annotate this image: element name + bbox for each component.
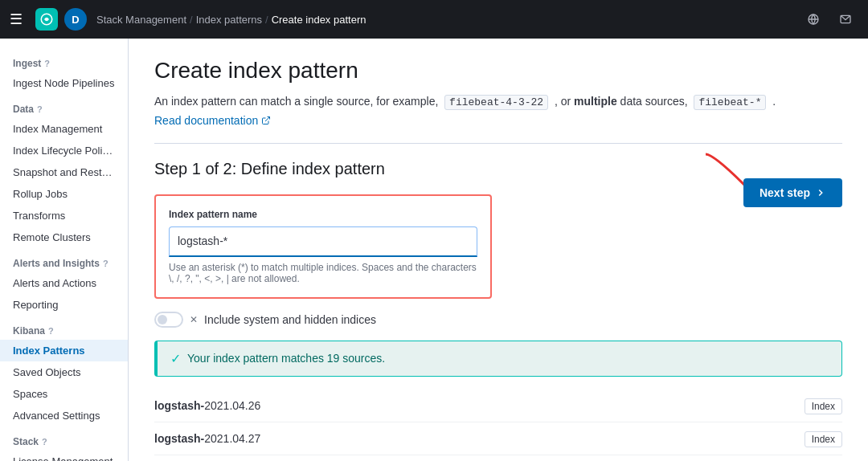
- menu-icon[interactable]: ☰: [10, 10, 29, 28]
- sidebar-section-data: Data ?: [0, 94, 128, 118]
- sidebar: Ingest ? Ingest Node Pipelines Data ? In…: [0, 39, 129, 461]
- index-pattern-input[interactable]: [169, 226, 477, 257]
- index-name-rest: 2021.04.26: [204, 399, 260, 412]
- index-name-cell: logstash-2021.04.26: [154, 390, 648, 422]
- toggle-x-icon: ✕: [190, 314, 198, 325]
- next-step-button[interactable]: Next step: [743, 178, 842, 207]
- breadcrumb-stack-management[interactable]: Stack Management: [96, 14, 186, 26]
- toggle-label: Include system and hidden indices: [204, 313, 376, 326]
- sidebar-item-index-lifecycle-policies[interactable]: Index Lifecycle Policies: [0, 140, 128, 161]
- sidebar-item-transforms[interactable]: Transforms: [0, 205, 128, 226]
- table-row: logstash-2021.04.28 Index: [154, 455, 842, 461]
- step-title: Step 1 of 2: Define index pattern: [154, 160, 842, 178]
- toggle-row: ✕ Include system and hidden indices: [154, 312, 842, 328]
- avatar[interactable]: D: [64, 8, 87, 31]
- sidebar-item-spaces[interactable]: Spaces: [0, 383, 128, 405]
- topnav-actions: [800, 6, 858, 32]
- ingest-help-icon[interactable]: ?: [44, 59, 50, 68]
- sidebar-item-ingest-node-pipelines[interactable]: Ingest Node Pipelines: [0, 72, 128, 94]
- index-name-cell: logstash-2021.04.28: [154, 455, 648, 461]
- sidebar-item-license-management[interactable]: License Management: [0, 451, 128, 461]
- alerts-label: Alerts and Insights: [13, 258, 100, 269]
- main-content: Create index pattern An index pattern ca…: [129, 39, 868, 461]
- kibana-help-icon[interactable]: ?: [48, 326, 54, 336]
- check-icon: ✓: [170, 351, 181, 366]
- index-badge: Index: [805, 398, 842, 414]
- system-indices-toggle[interactable]: [154, 312, 183, 328]
- form-and-actions: Next step Index pattern name Use an aste…: [154, 194, 842, 299]
- sidebar-item-index-management[interactable]: Index Management: [0, 118, 128, 140]
- sidebar-item-rollup-jobs[interactable]: Rollup Jobs: [0, 183, 128, 205]
- form-label: Index pattern name: [169, 209, 477, 220]
- sidebar-item-saved-objects[interactable]: Saved Objects: [0, 361, 128, 383]
- code-example-2: filebeat-*: [694, 95, 766, 110]
- form-help-text: Use an asterisk (*) to match multiple in…: [169, 262, 477, 284]
- breadcrumb-sep-2: /: [265, 14, 268, 26]
- alerts-help-icon[interactable]: ?: [103, 259, 108, 268]
- topnav: ☰ D Stack Management / Index patterns / …: [0, 0, 868, 39]
- index-name-bold: logstash-: [154, 399, 204, 412]
- logo: [35, 8, 58, 31]
- index-badge: Index: [805, 431, 842, 447]
- data-help-icon[interactable]: ?: [37, 104, 43, 114]
- mail-icon[interactable]: [833, 6, 858, 32]
- index-name-cell: logstash-2021.04.27: [154, 422, 648, 455]
- index-pattern-form: Index pattern name Use an asterisk (*) t…: [154, 194, 492, 299]
- section-divider: [154, 143, 842, 144]
- sidebar-section-kibana: Kibana ?: [0, 316, 128, 340]
- success-message: Your index pattern matches 19 sources.: [187, 352, 385, 365]
- sidebar-section-stack: Stack ?: [0, 426, 128, 451]
- sidebar-item-remote-clusters[interactable]: Remote Clusters: [0, 226, 128, 248]
- svg-line-3: [265, 116, 270, 121]
- sidebar-item-alerts-and-actions[interactable]: Alerts and Actions: [0, 272, 128, 294]
- external-link-icon: [261, 116, 271, 125]
- table-row: logstash-2021.04.27 Index: [154, 422, 842, 455]
- index-table: logstash-2021.04.26 Index logstash-2021.…: [154, 390, 842, 462]
- globe-icon[interactable]: [800, 6, 826, 32]
- sidebar-section-ingest: Ingest ?: [0, 48, 128, 72]
- index-badge-cell: Index: [648, 390, 842, 422]
- index-badge-cell: Index: [648, 422, 842, 455]
- breadcrumb-current: Create index pattern: [272, 14, 366, 26]
- next-arrow-icon: [815, 187, 826, 198]
- breadcrumb-sep-1: /: [190, 14, 193, 26]
- sidebar-section-alerts: Alerts and Insights ?: [0, 248, 128, 272]
- table-row: logstash-2021.04.26 Index: [154, 390, 842, 422]
- description-text: An index pattern can match a single sour…: [154, 93, 842, 111]
- sidebar-item-index-patterns[interactable]: Index Patterns: [0, 340, 128, 361]
- read-documentation-link[interactable]: Read documentation: [154, 114, 271, 127]
- stack-help-icon[interactable]: ?: [42, 437, 47, 447]
- index-name-bold: logstash-: [154, 432, 204, 445]
- sidebar-item-reporting[interactable]: Reporting: [0, 294, 128, 316]
- layout: Ingest ? Ingest Node Pipelines Data ? In…: [0, 39, 868, 461]
- sidebar-item-snapshot-and-restore[interactable]: Snapshot and Restore: [0, 161, 128, 183]
- breadcrumb-index-patterns[interactable]: Index patterns: [196, 14, 262, 26]
- code-example-1: filebeat-4-3-22: [444, 95, 548, 110]
- index-badge-cell: Index: [648, 455, 842, 461]
- index-name-rest: 2021.04.27: [204, 432, 260, 445]
- sidebar-item-advanced-settings[interactable]: Advanced Settings: [0, 405, 128, 426]
- breadcrumb: Stack Management / Index patterns / Crea…: [96, 14, 366, 26]
- toggle-knob: [158, 315, 167, 324]
- page-title: Create index pattern: [154, 58, 842, 84]
- success-banner: ✓ Your index pattern matches 19 sources.: [154, 341, 842, 377]
